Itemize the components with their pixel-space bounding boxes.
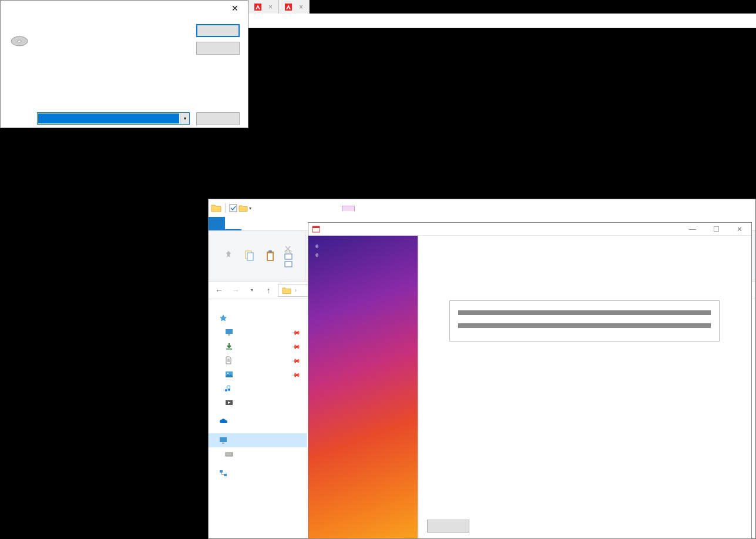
browser-tab[interactable]: ×	[248, 0, 279, 14]
browser-address-bar[interactable]	[248, 14, 756, 28]
svg-rect-10	[285, 254, 292, 259]
checkbox-icon[interactable]	[229, 204, 237, 212]
svg-rect-6	[268, 253, 273, 260]
installer-brand: ® ®	[315, 244, 411, 262]
explorer-titlebar[interactable]: ▾	[209, 199, 755, 217]
nav-this-pc[interactable]	[209, 433, 307, 447]
close-icon[interactable]: ×	[268, 4, 273, 11]
path-input[interactable]	[38, 113, 179, 123]
music-icon	[225, 384, 232, 393]
nav-forward-button[interactable]: →	[229, 283, 243, 297]
dropdown-caret-icon[interactable]: ▾	[249, 206, 251, 211]
installer-sidebar: ® ®	[308, 236, 418, 538]
close-icon[interactable]: ×	[299, 4, 303, 11]
dialog-titlebar[interactable]: ✕	[1, 1, 248, 16]
ribbon-tab-home[interactable]	[225, 217, 241, 230]
disk-icon	[225, 451, 233, 458]
ribbon-tab-share[interactable]	[241, 217, 258, 230]
nav-onedrive[interactable]	[209, 414, 307, 428]
shortcut-icon	[284, 261, 293, 268]
folder-small-icon[interactable]	[238, 204, 248, 212]
adobe-logo-icon	[285, 4, 292, 11]
svg-rect-23	[224, 474, 227, 476]
browse-button[interactable]	[196, 112, 240, 125]
installer-window: — ☐ ✕ ® ®	[308, 222, 752, 539]
installer-titlebar[interactable]: — ☐ ✕	[308, 223, 751, 236]
nav-music[interactable]	[209, 381, 307, 396]
pin-icon: 📌	[291, 327, 301, 337]
close-button[interactable]: ✕	[222, 1, 248, 16]
ribbon-pin-to-quick-access[interactable]	[221, 249, 236, 265]
pin-icon: 📌	[291, 356, 301, 365]
navigation-pane: 📌 📌 📌 📌	[209, 300, 307, 538]
adobe-logo-icon	[254, 4, 261, 11]
videos-icon	[225, 399, 233, 406]
context-tab-application-tools[interactable]	[342, 206, 355, 211]
copy-files-from-combobox[interactable]: ▾	[37, 112, 190, 125]
svg-point-16	[227, 373, 229, 374]
copy-icon	[242, 249, 257, 264]
ok-button[interactable]	[196, 24, 240, 37]
divider	[225, 203, 226, 213]
browser-tab-strip: × ×	[248, 0, 310, 14]
pin-icon	[221, 249, 236, 264]
svg-rect-11	[285, 262, 292, 267]
svg-point-21	[231, 454, 232, 455]
cancel-button[interactable]	[196, 42, 240, 55]
context-tab-folder-name[interactable]	[367, 206, 378, 210]
ribbon-copy[interactable]	[242, 249, 257, 265]
nav-documents[interactable]: 📌	[209, 353, 307, 367]
ribbon-paste[interactable]	[263, 249, 278, 265]
close-button[interactable]: ✕	[728, 223, 751, 235]
document-icon	[225, 356, 232, 364]
network-icon	[219, 470, 227, 477]
desktop-icon	[225, 329, 233, 336]
path-icon	[284, 253, 293, 260]
folder-icon	[282, 286, 291, 294]
minimize-button[interactable]: —	[681, 223, 704, 235]
svg-rect-7	[268, 250, 272, 253]
svg-rect-14	[226, 349, 232, 350]
svg-rect-18	[220, 437, 227, 442]
files-needed-dialog: ✕ ▾	[0, 0, 248, 128]
nav-desktop[interactable]: 📌	[209, 325, 307, 339]
browser-tab[interactable]: ×	[279, 0, 310, 14]
svg-rect-4	[247, 253, 253, 260]
installer-app-icon	[312, 226, 320, 233]
nav-downloads[interactable]: 📌	[209, 339, 307, 353]
nav-local-disk[interactable]	[209, 447, 307, 461]
svg-rect-2	[230, 205, 237, 212]
paste-icon	[263, 249, 278, 264]
pictures-icon	[225, 371, 233, 378]
cd-rom-icon	[10, 35, 29, 48]
download-icon	[225, 342, 233, 350]
cloud-icon	[219, 418, 229, 425]
maximize-button[interactable]: ☐	[704, 223, 728, 235]
nav-pictures[interactable]: 📌	[209, 367, 307, 381]
ribbon-tab-file[interactable]	[209, 217, 225, 230]
svg-rect-12	[226, 329, 233, 334]
pc-icon	[219, 437, 227, 444]
disc-progress-bar	[458, 323, 711, 328]
pin-icon: 📌	[291, 370, 301, 379]
ribbon-group-clipboard	[209, 231, 305, 281]
installer-progress-panel	[449, 300, 720, 342]
nav-back-button[interactable]: ←	[212, 283, 226, 297]
pin-icon: 📌	[291, 342, 301, 351]
svg-rect-25	[313, 226, 320, 228]
nav-videos[interactable]	[209, 396, 307, 410]
svg-rect-22	[220, 470, 223, 473]
svg-point-27	[18, 40, 21, 42]
overall-progress-bar	[458, 310, 711, 315]
folder-icon	[211, 203, 221, 213]
nav-recent-button[interactable]: ▾	[245, 283, 259, 297]
chevron-down-icon[interactable]: ▾	[180, 113, 189, 124]
nav-network[interactable]	[209, 466, 307, 480]
nav-up-button[interactable]: ↑	[261, 283, 275, 297]
installer-cancel-button[interactable]	[427, 520, 469, 533]
quick-access-toolbar: ▾	[209, 203, 254, 213]
nav-quick-access[interactable]	[209, 311, 307, 325]
ribbon-paste-extra	[284, 246, 293, 268]
svg-rect-19	[222, 443, 224, 444]
installer-main	[418, 236, 751, 538]
